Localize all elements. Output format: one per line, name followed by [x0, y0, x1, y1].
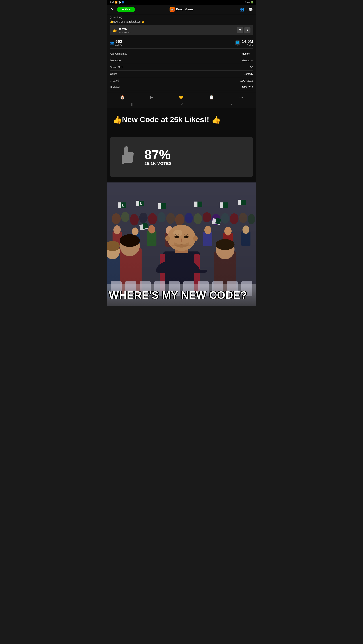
rating-left: 👍 87% 25.1K VOTES	[112, 27, 130, 34]
vote-down-button[interactable]: ▼	[237, 27, 243, 33]
votes-count-small: 25.1K VOTES	[119, 32, 130, 34]
chat-icon: 💬	[248, 7, 253, 12]
visits-label: VISITS	[242, 44, 253, 46]
game-title: Booth Game	[176, 8, 193, 11]
close-icon: ✕	[110, 7, 114, 12]
created-value: 12/24/2021	[240, 79, 253, 82]
visits-number: 14.5M	[242, 39, 253, 44]
crowd-container: WHERE'S MY NEW CODE?	[107, 182, 256, 306]
likes-note: 👍New Code at 25k Likes!! 👍	[110, 20, 253, 23]
vote-card: 87% 25.1K VOTES	[110, 137, 253, 177]
up-arrow-icon: ▲	[246, 28, 249, 32]
nav-list[interactable]: 📋	[209, 95, 214, 100]
vote-percent-big: 87%	[144, 148, 172, 161]
meme-section: WHERE'S MY NEW CODE?	[107, 182, 256, 306]
vote-count-big: 25.1K VOTES	[144, 161, 172, 166]
nav-friends[interactable]: 🤝	[178, 95, 184, 100]
genre-value: Comedy	[244, 72, 253, 75]
recent-gesture-indicator[interactable]: ‹	[231, 102, 232, 106]
age-guidelines-label: Age Guidelines	[110, 52, 127, 55]
down-arrow-icon: ▼	[239, 28, 242, 32]
updated-label: Updated	[110, 86, 120, 89]
bottom-nav-icons: 🏠 ▶ 🤝 📋 ⋯	[107, 94, 256, 101]
visits-icon: 🌐	[235, 40, 240, 46]
group-button[interactable]: 👥	[239, 6, 246, 13]
visits-count: 🌐 14.5M VISITS	[235, 39, 253, 46]
game-icon-img: 🎮	[170, 7, 174, 12]
nav-more[interactable]: ⋯	[239, 95, 243, 100]
status-time: 3:38	[110, 1, 114, 4]
rating-actions: ▼ ▲	[237, 27, 250, 33]
detail-row-updated: Updated 7/25/2023	[110, 84, 253, 91]
detail-row-server: Server Size 50	[110, 64, 253, 71]
active-number: 662	[116, 39, 122, 44]
battery-icon: 🔋	[251, 1, 253, 4]
active-icon: 👥	[110, 41, 114, 45]
home-gesture-indicator[interactable]: ○	[181, 102, 183, 106]
rating-bar: 👍 87% 25.1K VOTES ▼ ▲	[110, 25, 253, 35]
play-button[interactable]: ▶ Play	[117, 7, 135, 12]
meme-text-overlay: WHERE'S MY NEW CODE?	[107, 286, 256, 306]
main-content: 👍New Code at 25k Likes!! 👍 87% 25.1K VOT…	[107, 108, 256, 306]
vote-thumb-icon	[117, 144, 139, 170]
game-title-bar: 🎮 Booth Game	[170, 7, 193, 12]
list-icon: 📋	[209, 95, 214, 100]
friends-icon: 🤝	[178, 95, 184, 100]
rating-info: 87% 25.1K VOTES	[119, 27, 130, 34]
details-list: Age Guidelines Ages 9+ → Developer Manua…	[110, 50, 253, 91]
info-section: (under links) 👍New Code at 25k Likes!! 👍…	[107, 14, 256, 92]
updated-value: 7/25/2023	[242, 86, 253, 89]
more-icon: ⋯	[239, 95, 243, 100]
hero-section: 👍New Code at 25k Likes!! 👍	[107, 108, 256, 133]
thumbs-up-icon: 👍	[112, 28, 117, 32]
status-left: 3:38 📶 📡 🔵	[110, 1, 124, 4]
developer-label: Developer	[110, 59, 122, 62]
play-nav-icon: ▶	[150, 95, 153, 100]
home-icon: 🏠	[120, 95, 125, 100]
close-button[interactable]: ✕	[109, 6, 115, 12]
age-guidelines-value[interactable]: Ages 9+ →	[241, 52, 253, 55]
status-bar: 3:38 📶 📡 🔵 23% 🔋	[107, 0, 256, 5]
rating-percent: 87%	[119, 27, 127, 31]
play-icon: ▶	[122, 8, 124, 11]
detail-row-created: Created 12/24/2021	[110, 77, 253, 84]
stats-row: 👥 662 ACTIVE 🌐 14.5M VISITS	[110, 38, 253, 49]
active-label: ACTIVE	[116, 44, 122, 46]
status-icons: 📶 📡 🔵	[115, 1, 124, 4]
detail-row-developer: Developer Manual →	[110, 57, 253, 64]
play-label: Play	[125, 8, 130, 11]
nav-icons: 👥 💬	[239, 6, 254, 13]
vote-info: 87% 25.1K VOTES	[144, 148, 172, 166]
developer-arrow-icon: →	[251, 59, 253, 62]
back-gesture-indicator[interactable]: |||	[131, 102, 134, 106]
meme-bottom-text: WHERE'S MY NEW CODE?	[109, 290, 254, 301]
server-size-label: Server Size	[110, 66, 123, 69]
vote-up-button[interactable]: ▲	[244, 27, 250, 33]
detail-row-genre: Genre Comedy	[110, 71, 253, 77]
bottom-nav: 🏠 ▶ 🤝 📋 ⋯ ||| ○ ‹	[107, 92, 256, 108]
group-icon: 👥	[240, 7, 244, 12]
nav-home[interactable]: 🏠	[120, 95, 125, 100]
developer-value[interactable]: Manual →	[242, 59, 253, 62]
status-right: 23% 🔋	[245, 1, 253, 4]
under-links-note: (under links)	[110, 16, 253, 19]
chat-button[interactable]: 💬	[247, 6, 254, 13]
top-nav: ✕ ▶ Play 🎮 Booth Game 👥 💬	[107, 5, 256, 14]
active-count: 👥 662 ACTIVE	[110, 39, 122, 46]
battery-level: 23%	[245, 1, 250, 4]
genre-label: Genre	[110, 72, 117, 75]
created-label: Created	[110, 79, 119, 82]
nav-indicator-row: ||| ○ ‹	[107, 101, 256, 107]
server-size-value: 50	[250, 66, 253, 69]
detail-row-age: Age Guidelines Ages 9+ →	[110, 50, 253, 57]
nav-play[interactable]: ▶	[150, 95, 153, 100]
hero-text: 👍New Code at 25k Likes!! 👍	[112, 115, 250, 124]
age-arrow-icon: →	[251, 52, 253, 55]
